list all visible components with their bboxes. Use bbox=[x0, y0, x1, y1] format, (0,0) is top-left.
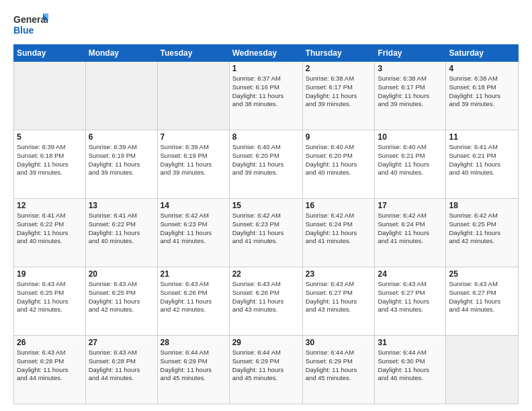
week-row-4: 26Sunrise: 6:43 AM Sunset: 6:28 PM Dayli… bbox=[14, 336, 519, 404]
svg-text:Blue: Blue bbox=[13, 25, 34, 36]
calendar-cell: 4Sunrise: 6:38 AM Sunset: 6:18 PM Daylig… bbox=[446, 62, 519, 130]
day-number: 24 bbox=[378, 269, 443, 279]
calendar-cell bbox=[157, 62, 229, 130]
day-info: Sunrise: 6:42 AM Sunset: 6:23 PM Dayligh… bbox=[161, 212, 226, 246]
day-info: Sunrise: 6:40 AM Sunset: 6:20 PM Dayligh… bbox=[232, 143, 300, 177]
day-number: 14 bbox=[161, 201, 226, 210]
week-row-0: 1Sunrise: 6:37 AM Sunset: 6:16 PM Daylig… bbox=[14, 62, 519, 130]
weekday-tuesday: Tuesday bbox=[157, 45, 229, 62]
day-info: Sunrise: 6:42 AM Sunset: 6:24 PM Dayligh… bbox=[378, 212, 443, 246]
calendar-cell: 8Sunrise: 6:40 AM Sunset: 6:20 PM Daylig… bbox=[229, 130, 302, 199]
calendar-cell: 30Sunrise: 6:44 AM Sunset: 6:29 PM Dayli… bbox=[302, 336, 375, 404]
day-number: 18 bbox=[449, 201, 515, 210]
day-info: Sunrise: 6:41 AM Sunset: 6:22 PM Dayligh… bbox=[89, 212, 154, 246]
weekday-sunday: Sunday bbox=[14, 45, 86, 62]
day-info: Sunrise: 6:43 AM Sunset: 6:26 PM Dayligh… bbox=[161, 280, 226, 314]
day-number: 11 bbox=[449, 132, 515, 142]
calendar-cell: 1Sunrise: 6:37 AM Sunset: 6:16 PM Daylig… bbox=[229, 62, 302, 130]
calendar-cell: 25Sunrise: 6:43 AM Sunset: 6:27 PM Dayli… bbox=[446, 267, 519, 336]
weekday-saturday: Saturday bbox=[446, 45, 519, 62]
calendar-cell bbox=[14, 62, 86, 130]
day-number: 19 bbox=[17, 269, 83, 279]
day-info: Sunrise: 6:43 AM Sunset: 6:28 PM Dayligh… bbox=[17, 349, 83, 383]
calendar-cell: 10Sunrise: 6:40 AM Sunset: 6:21 PM Dayli… bbox=[375, 130, 446, 199]
calendar-cell: 19Sunrise: 6:43 AM Sunset: 6:25 PM Dayli… bbox=[14, 267, 86, 336]
calendar-cell: 29Sunrise: 6:44 AM Sunset: 6:29 PM Dayli… bbox=[229, 336, 302, 404]
calendar-cell: 2Sunrise: 6:38 AM Sunset: 6:17 PM Daylig… bbox=[302, 62, 375, 130]
calendar-cell: 23Sunrise: 6:43 AM Sunset: 6:27 PM Dayli… bbox=[302, 267, 375, 336]
day-number: 17 bbox=[378, 201, 443, 210]
calendar-cell: 27Sunrise: 6:43 AM Sunset: 6:28 PM Dayli… bbox=[85, 336, 157, 404]
day-number: 7 bbox=[161, 132, 226, 142]
day-number: 6 bbox=[89, 132, 154, 142]
day-info: Sunrise: 6:40 AM Sunset: 6:21 PM Dayligh… bbox=[378, 143, 443, 177]
week-row-2: 12Sunrise: 6:41 AM Sunset: 6:22 PM Dayli… bbox=[14, 199, 519, 267]
day-info: Sunrise: 6:39 AM Sunset: 6:19 PM Dayligh… bbox=[161, 143, 226, 177]
day-number: 13 bbox=[89, 201, 154, 210]
day-number: 30 bbox=[306, 338, 372, 347]
weekday-monday: Monday bbox=[85, 45, 157, 62]
calendar-cell: 28Sunrise: 6:44 AM Sunset: 6:29 PM Dayli… bbox=[157, 336, 229, 404]
day-info: Sunrise: 6:43 AM Sunset: 6:28 PM Dayligh… bbox=[89, 349, 154, 383]
day-number: 21 bbox=[161, 269, 226, 279]
weekday-friday: Friday bbox=[375, 45, 446, 62]
day-info: Sunrise: 6:39 AM Sunset: 6:18 PM Dayligh… bbox=[17, 143, 83, 177]
logo: General Blue bbox=[13, 12, 48, 38]
calendar-cell: 26Sunrise: 6:43 AM Sunset: 6:28 PM Dayli… bbox=[14, 336, 86, 404]
day-number: 5 bbox=[17, 132, 83, 142]
page: General Blue SundayMondayTuesdayWednesda… bbox=[0, 0, 532, 411]
day-number: 16 bbox=[306, 201, 372, 210]
day-info: Sunrise: 6:43 AM Sunset: 6:25 PM Dayligh… bbox=[17, 280, 83, 314]
calendar-cell: 22Sunrise: 6:43 AM Sunset: 6:26 PM Dayli… bbox=[229, 267, 302, 336]
day-info: Sunrise: 6:38 AM Sunset: 6:17 PM Dayligh… bbox=[378, 75, 443, 109]
weekday-header-row: SundayMondayTuesdayWednesdayThursdayFrid… bbox=[14, 45, 519, 62]
day-number: 4 bbox=[449, 64, 515, 73]
day-info: Sunrise: 6:44 AM Sunset: 6:29 PM Dayligh… bbox=[232, 349, 300, 383]
day-number: 29 bbox=[232, 338, 300, 347]
calendar-cell: 11Sunrise: 6:41 AM Sunset: 6:21 PM Dayli… bbox=[446, 130, 519, 199]
day-number: 27 bbox=[89, 338, 154, 347]
week-row-3: 19Sunrise: 6:43 AM Sunset: 6:25 PM Dayli… bbox=[14, 267, 519, 336]
day-info: Sunrise: 6:38 AM Sunset: 6:18 PM Dayligh… bbox=[449, 75, 515, 109]
calendar-cell: 15Sunrise: 6:42 AM Sunset: 6:23 PM Dayli… bbox=[229, 199, 302, 267]
day-info: Sunrise: 6:41 AM Sunset: 6:22 PM Dayligh… bbox=[17, 212, 83, 246]
day-info: Sunrise: 6:43 AM Sunset: 6:27 PM Dayligh… bbox=[449, 280, 515, 314]
day-number: 31 bbox=[378, 338, 443, 347]
calendar-cell: 31Sunrise: 6:44 AM Sunset: 6:30 PM Dayli… bbox=[375, 336, 446, 404]
calendar-cell: 18Sunrise: 6:42 AM Sunset: 6:25 PM Dayli… bbox=[446, 199, 519, 267]
day-info: Sunrise: 6:44 AM Sunset: 6:30 PM Dayligh… bbox=[378, 349, 443, 383]
calendar-cell: 6Sunrise: 6:39 AM Sunset: 6:19 PM Daylig… bbox=[85, 130, 157, 199]
day-info: Sunrise: 6:40 AM Sunset: 6:20 PM Dayligh… bbox=[306, 143, 372, 177]
calendar-table: SundayMondayTuesdayWednesdayThursdayFrid… bbox=[13, 44, 519, 404]
week-row-1: 5Sunrise: 6:39 AM Sunset: 6:18 PM Daylig… bbox=[14, 130, 519, 199]
day-info: Sunrise: 6:43 AM Sunset: 6:27 PM Dayligh… bbox=[306, 280, 372, 314]
calendar-cell: 21Sunrise: 6:43 AM Sunset: 6:26 PM Dayli… bbox=[157, 267, 229, 336]
day-info: Sunrise: 6:41 AM Sunset: 6:21 PM Dayligh… bbox=[449, 143, 515, 177]
day-info: Sunrise: 6:44 AM Sunset: 6:29 PM Dayligh… bbox=[161, 349, 226, 383]
day-number: 1 bbox=[232, 64, 300, 73]
day-info: Sunrise: 6:42 AM Sunset: 6:25 PM Dayligh… bbox=[449, 212, 515, 246]
logo-svg: General Blue bbox=[13, 12, 48, 38]
calendar-cell: 12Sunrise: 6:41 AM Sunset: 6:22 PM Dayli… bbox=[14, 199, 86, 267]
calendar-cell: 24Sunrise: 6:43 AM Sunset: 6:27 PM Dayli… bbox=[375, 267, 446, 336]
calendar-cell bbox=[85, 62, 157, 130]
day-number: 10 bbox=[378, 132, 443, 142]
day-info: Sunrise: 6:42 AM Sunset: 6:24 PM Dayligh… bbox=[306, 212, 372, 246]
day-number: 20 bbox=[89, 269, 154, 279]
calendar-cell: 16Sunrise: 6:42 AM Sunset: 6:24 PM Dayli… bbox=[302, 199, 375, 267]
calendar-cell: 5Sunrise: 6:39 AM Sunset: 6:18 PM Daylig… bbox=[14, 130, 86, 199]
day-number: 3 bbox=[378, 64, 443, 73]
day-info: Sunrise: 6:38 AM Sunset: 6:17 PM Dayligh… bbox=[306, 75, 372, 109]
day-number: 15 bbox=[232, 201, 300, 210]
calendar-cell: 17Sunrise: 6:42 AM Sunset: 6:24 PM Dayli… bbox=[375, 199, 446, 267]
calendar-cell: 13Sunrise: 6:41 AM Sunset: 6:22 PM Dayli… bbox=[85, 199, 157, 267]
day-number: 25 bbox=[449, 269, 515, 279]
calendar-cell: 3Sunrise: 6:38 AM Sunset: 6:17 PM Daylig… bbox=[375, 62, 446, 130]
weekday-wednesday: Wednesday bbox=[229, 45, 302, 62]
day-number: 22 bbox=[232, 269, 300, 279]
weekday-thursday: Thursday bbox=[302, 45, 375, 62]
day-number: 23 bbox=[306, 269, 372, 279]
day-info: Sunrise: 6:43 AM Sunset: 6:26 PM Dayligh… bbox=[232, 280, 300, 314]
day-info: Sunrise: 6:43 AM Sunset: 6:25 PM Dayligh… bbox=[89, 280, 154, 314]
day-info: Sunrise: 6:42 AM Sunset: 6:23 PM Dayligh… bbox=[232, 212, 300, 246]
